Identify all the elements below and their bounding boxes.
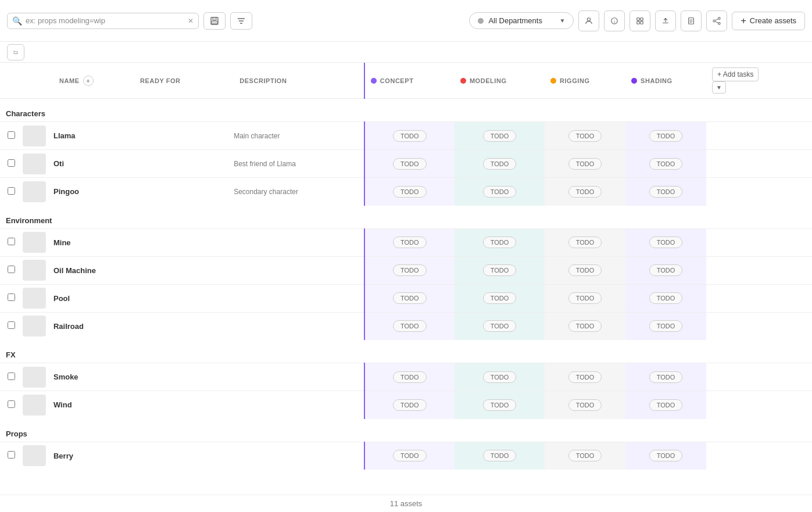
asset-name: Mine xyxy=(53,238,71,247)
row-rigging-cell[interactable]: TODO xyxy=(545,391,625,419)
row-rest-cell xyxy=(787,391,812,419)
row-concept-cell[interactable]: TODO xyxy=(364,228,455,256)
row-concept-cell[interactable]: TODO xyxy=(364,150,455,178)
row-rigging-cell[interactable]: TODO xyxy=(545,256,625,284)
row-checkbox-cell xyxy=(0,228,23,256)
row-rigging-cell[interactable]: TODO xyxy=(545,228,625,256)
row-concept-cell[interactable]: TODO xyxy=(364,363,455,391)
asset-description: Main character xyxy=(234,132,280,140)
asset-name: Oti xyxy=(53,159,64,168)
upload-icon-button[interactable] xyxy=(655,10,676,31)
layout-icon-button[interactable] xyxy=(629,10,650,31)
shading-dot xyxy=(631,78,637,84)
row-rigging-cell[interactable]: TODO xyxy=(545,122,625,150)
row-rigging-cell[interactable]: TODO xyxy=(545,363,625,391)
row-shading-cell[interactable]: TODO xyxy=(625,284,706,312)
row-checkbox[interactable] xyxy=(8,451,15,459)
row-shading-cell[interactable]: TODO xyxy=(625,391,706,419)
row-shading-cell[interactable]: TODO xyxy=(625,122,706,150)
info-icon: i xyxy=(610,16,618,26)
row-shading-cell[interactable]: TODO xyxy=(625,442,706,470)
row-checkbox[interactable] xyxy=(8,159,15,167)
row-concept-cell[interactable]: TODO xyxy=(364,312,455,340)
save-search-button[interactable] xyxy=(203,12,226,30)
row-ready-cell xyxy=(134,363,234,391)
section-title: Props xyxy=(6,429,27,438)
row-concept-cell[interactable]: TODO xyxy=(364,442,455,470)
row-rest-cell xyxy=(787,228,812,256)
row-modeling-cell[interactable]: TODO xyxy=(455,442,545,470)
col-thumb-header xyxy=(23,63,53,99)
filter-button[interactable] xyxy=(230,12,252,30)
row-rigging-cell[interactable]: TODO xyxy=(545,312,625,340)
department-select[interactable]: All Departments ▼ xyxy=(469,12,574,29)
row-rigging-cell[interactable]: TODO xyxy=(545,284,625,312)
search-input[interactable] xyxy=(26,16,184,25)
row-modeling-cell[interactable]: TODO xyxy=(455,122,545,150)
row-checkbox[interactable] xyxy=(8,187,15,195)
row-checkbox-cell xyxy=(0,391,23,419)
info-icon-button[interactable]: i xyxy=(604,10,625,31)
add-name-button[interactable]: + xyxy=(83,76,94,86)
section-title: Environment xyxy=(6,216,52,225)
table-row: Llama Main character TODO TODO TODO TODO xyxy=(0,122,812,150)
filter-icon xyxy=(237,16,246,26)
row-modeling-cell[interactable]: TODO xyxy=(455,228,545,256)
row-shading-cell[interactable]: TODO xyxy=(625,363,706,391)
row-rest-cell xyxy=(787,442,812,470)
section-header: FX xyxy=(0,340,812,363)
row-checkbox[interactable] xyxy=(8,293,15,301)
row-concept-cell[interactable]: TODO xyxy=(364,284,455,312)
row-modeling-cell[interactable]: TODO xyxy=(455,256,545,284)
row-rigging-cell[interactable]: TODO xyxy=(545,150,625,178)
row-checkbox[interactable] xyxy=(8,266,15,273)
create-assets-button[interactable]: + Create assets xyxy=(732,12,805,30)
row-rest-cell xyxy=(787,178,812,206)
row-concept-cell[interactable]: TODO xyxy=(364,391,455,419)
upload-icon xyxy=(661,16,670,26)
modeling-todo-badge: TODO xyxy=(483,130,517,142)
row-modeling-cell[interactable]: TODO xyxy=(455,363,545,391)
shading-todo-badge: TODO xyxy=(649,186,683,198)
person-icon-button[interactable] xyxy=(578,10,599,31)
row-concept-cell[interactable]: TODO xyxy=(364,256,455,284)
folder-icon-button[interactable] xyxy=(7,44,24,60)
search-clear-icon[interactable]: ✕ xyxy=(188,17,194,25)
rigging-todo-badge: TODO xyxy=(568,399,602,411)
asset-name: Berry xyxy=(53,452,73,460)
row-modeling-cell[interactable]: TODO xyxy=(455,391,545,419)
table-row: Oil Machine TODO TODO TODO TODO xyxy=(0,256,812,284)
row-shading-cell[interactable]: TODO xyxy=(625,150,706,178)
toolbar: 🔍 ✕ All Departments ▼ i xyxy=(0,0,812,42)
row-shading-cell[interactable]: TODO xyxy=(625,178,706,206)
row-shading-cell[interactable]: TODO xyxy=(625,312,706,340)
row-checkbox[interactable] xyxy=(8,238,15,245)
row-checkbox[interactable] xyxy=(8,373,15,380)
row-concept-cell[interactable]: TODO xyxy=(364,178,455,206)
row-thumbnail-cell xyxy=(23,256,53,284)
chevron-down-button[interactable]: ▼ xyxy=(712,81,726,94)
row-rigging-cell[interactable]: TODO xyxy=(545,178,625,206)
rigging-label: Rigging xyxy=(560,77,590,84)
row-modeling-cell[interactable]: TODO xyxy=(455,284,545,312)
row-checkbox[interactable] xyxy=(8,321,15,329)
row-modeling-cell[interactable]: TODO xyxy=(455,312,545,340)
add-tasks-button[interactable]: + Add tasks xyxy=(712,67,759,81)
row-concept-cell[interactable]: TODO xyxy=(364,122,455,150)
share-icon-button[interactable] xyxy=(706,10,727,31)
export-icon-button[interactable] xyxy=(681,10,702,31)
row-ready-cell xyxy=(134,122,234,150)
row-empty-cell xyxy=(706,178,787,206)
concept-todo-badge: TODO xyxy=(393,371,427,383)
row-modeling-cell[interactable]: TODO xyxy=(455,178,545,206)
row-ready-cell xyxy=(134,312,234,340)
row-shading-cell[interactable]: TODO xyxy=(625,256,706,284)
concept-todo-badge: TODO xyxy=(393,264,427,276)
thumbnail xyxy=(23,316,46,336)
row-shading-cell[interactable]: TODO xyxy=(625,228,706,256)
row-rigging-cell[interactable]: TODO xyxy=(545,442,625,470)
row-modeling-cell[interactable]: TODO xyxy=(455,150,545,178)
col-name-header: NAME + xyxy=(53,63,134,99)
row-checkbox[interactable] xyxy=(8,400,15,408)
row-checkbox[interactable] xyxy=(8,131,15,139)
